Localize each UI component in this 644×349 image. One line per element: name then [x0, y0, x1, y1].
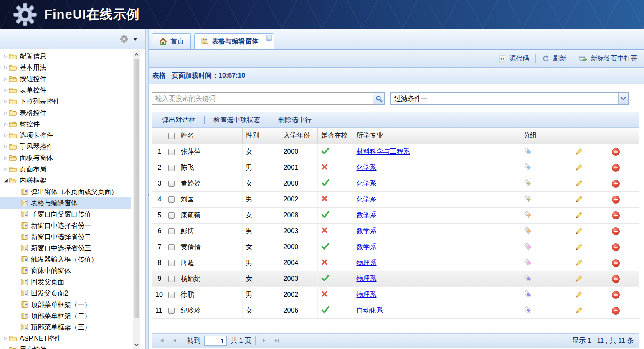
header-major[interactable]: 所学专业 — [353, 128, 520, 144]
row-checkbox[interactable] — [168, 244, 175, 250]
tree-item[interactable]: 新窗口中选择省份三 — [0, 242, 131, 254]
refresh-button[interactable]: 刷新 — [542, 54, 566, 63]
source-code-button[interactable]: 源代码 — [499, 54, 529, 63]
expander-collapsed-icon[interactable]: ▷ — [3, 110, 9, 115]
major-link[interactable]: 化学系 — [357, 164, 377, 171]
header-gender[interactable]: 性别 — [242, 128, 280, 144]
tree-item[interactable]: 新窗口中选择省份二 — [0, 231, 131, 242]
edit-button[interactable] — [575, 196, 583, 204]
settings-gear-button[interactable] — [120, 35, 128, 44]
search-input[interactable] — [152, 92, 373, 105]
delete-button[interactable] — [611, 163, 620, 172]
row-checkbox[interactable] — [168, 228, 175, 234]
tree-item[interactable]: 触发器输入框（传值） — [0, 254, 131, 265]
expander-expanded-icon[interactable]: ◢ — [3, 178, 9, 183]
delete-selected-button[interactable]: 删除选中行 — [278, 116, 312, 125]
tab-grid-edit-window[interactable]: 表格与编辑窗体 — [194, 33, 274, 49]
tab-close-icon[interactable] — [266, 35, 272, 41]
edit-button[interactable] — [575, 164, 583, 172]
row-checkbox[interactable] — [168, 196, 175, 203]
edit-button[interactable] — [575, 291, 583, 299]
open-new-tab-button[interactable]: 新标签页中打开 — [579, 54, 637, 63]
expander-collapsed-icon[interactable]: ▷ — [3, 144, 9, 149]
header-year[interactable]: 入学年份 — [280, 128, 317, 144]
edit-button[interactable] — [575, 180, 583, 188]
tree-item[interactable]: 新窗口中选择省份一 — [0, 220, 131, 231]
header-name[interactable]: 姓名 — [177, 128, 242, 144]
expander-collapsed-icon[interactable]: ▷ — [3, 167, 9, 171]
major-link[interactable]: 物理系 — [357, 259, 377, 266]
row-checkbox[interactable] — [168, 276, 175, 282]
delete-button[interactable] — [611, 306, 620, 315]
edit-button[interactable] — [575, 259, 583, 267]
tree-item[interactable]: 回发父页面2 — [0, 288, 131, 299]
expander-collapsed-icon[interactable]: ▷ — [3, 347, 9, 349]
sidebar-scrollbar[interactable] — [133, 51, 140, 349]
filter-dropdown[interactable]: 过滤条件一 — [390, 92, 629, 105]
tree-item-folder[interactable]: ▷页面布局 — [0, 163, 131, 175]
delete-button[interactable] — [611, 243, 620, 252]
settings-caret-icon[interactable] — [133, 38, 137, 41]
first-page-button[interactable] — [157, 336, 166, 345]
tree-item-folder[interactable]: ▷面板与窗体 — [0, 152, 131, 163]
major-link[interactable]: 物理系 — [357, 291, 377, 298]
row-checkbox[interactable] — [168, 292, 175, 298]
tab-home[interactable]: 首页 — [152, 33, 191, 49]
tree-item[interactable]: 顶部菜单框架（一） — [0, 299, 131, 310]
header-group[interactable]: 分组 — [520, 128, 558, 144]
row-checkbox[interactable] — [168, 149, 175, 155]
major-link[interactable]: 化学系 — [357, 180, 377, 187]
popup-dialog-button[interactable]: 弹出对话框 — [162, 116, 195, 125]
next-page-button[interactable] — [259, 336, 269, 345]
dropdown-button[interactable] — [618, 93, 628, 104]
check-selected-button[interactable]: 检查选中项状态 — [213, 116, 260, 125]
scrollbar-thumb[interactable] — [134, 59, 139, 318]
major-link[interactable]: 自动化系 — [357, 307, 383, 314]
edit-button[interactable] — [575, 307, 583, 315]
expander-collapsed-icon[interactable]: ▷ — [3, 99, 9, 104]
delete-button[interactable] — [611, 195, 620, 204]
expander-collapsed-icon[interactable]: ▷ — [3, 122, 9, 126]
page-number-input[interactable] — [204, 336, 227, 346]
row-checkbox[interactable] — [168, 181, 175, 187]
prev-page-button[interactable] — [170, 336, 179, 345]
tree-item-folder[interactable]: ▷ASP.NET控件 — [0, 333, 131, 344]
major-link[interactable]: 物理系 — [357, 275, 377, 282]
tree-item-folder[interactable]: ▷表单控件 — [0, 84, 131, 96]
edit-button[interactable] — [575, 275, 583, 283]
row-checkbox[interactable] — [168, 165, 175, 171]
select-all-checkbox[interactable] — [168, 133, 175, 139]
header-select-all[interactable] — [165, 128, 177, 144]
header-at-school[interactable]: 是否在校 — [317, 128, 353, 144]
expander-collapsed-icon[interactable]: ▷ — [3, 65, 9, 70]
tree-item[interactable]: 顶部菜单框架（三） — [0, 321, 131, 333]
edit-button[interactable] — [575, 227, 583, 235]
delete-button[interactable] — [611, 148, 620, 156]
tree-item-folder[interactable]: ▷下拉列表控件 — [0, 96, 131, 107]
tree-item-folder[interactable]: ◢内联框架 — [0, 175, 131, 186]
row-checkbox[interactable] — [168, 308, 175, 314]
major-link[interactable]: 数学系 — [357, 227, 377, 234]
row-checkbox[interactable] — [168, 212, 175, 219]
tree-item-folder[interactable]: ▷配置信息 — [0, 51, 131, 62]
tree-item-folder[interactable]: ▷基本用法 — [0, 62, 131, 73]
edit-button[interactable] — [575, 148, 583, 156]
tree-item[interactable]: 回发父页面 — [0, 276, 131, 288]
tree-item-folder[interactable]: ▷手风琴控件 — [0, 141, 131, 152]
tree-item[interactable]: 弹出窗体（本页面或父页面） — [0, 186, 131, 197]
major-link[interactable]: 化学系 — [357, 196, 377, 203]
tree-item[interactable]: 子窗口向父窗口传值 — [0, 209, 131, 220]
scroll-down-button[interactable] — [133, 341, 140, 349]
tree-item-folder[interactable]: ▷树控件 — [0, 118, 131, 130]
major-link[interactable]: 材料科学与工程系 — [357, 148, 410, 155]
tree-item-folder[interactable]: ▷按钮控件 — [0, 73, 131, 84]
delete-button[interactable] — [611, 290, 620, 299]
tree-item-folder[interactable]: ▷表格控件 — [0, 107, 131, 118]
delete-button[interactable] — [611, 259, 620, 267]
expander-collapsed-icon[interactable]: ▷ — [3, 88, 9, 92]
scroll-up-button[interactable] — [133, 51, 140, 58]
major-link[interactable]: 数学系 — [357, 243, 377, 250]
delete-button[interactable] — [611, 227, 620, 236]
expander-collapsed-icon[interactable]: ▷ — [3, 155, 9, 160]
search-button[interactable] — [373, 92, 385, 105]
